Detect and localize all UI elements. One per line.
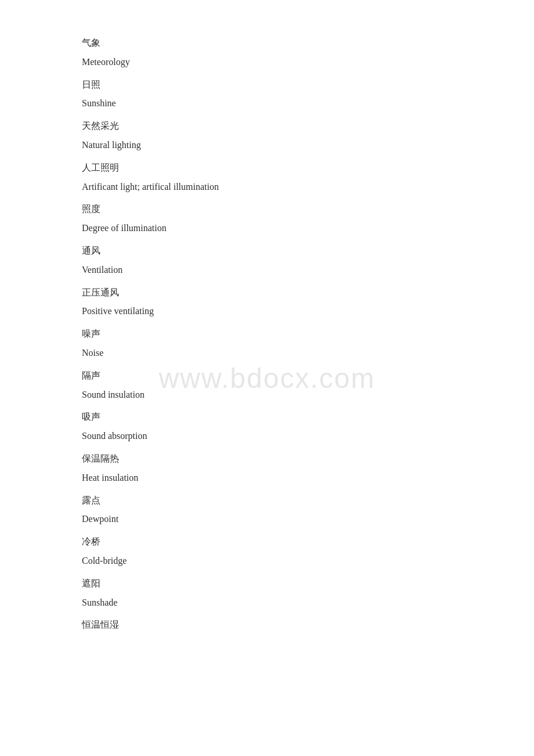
english-term: Sound insulation	[82, 387, 452, 404]
english-term: Cold-bridge	[82, 553, 452, 570]
chinese-term: 遮阳	[82, 575, 452, 592]
english-term: Heat insulation	[82, 470, 452, 487]
english-term: Meteorology	[82, 54, 452, 71]
glossary-entry: 正压通风Positive ventilating	[82, 285, 452, 321]
chinese-term: 气象	[82, 35, 452, 52]
chinese-term: 正压通风	[82, 285, 452, 301]
glossary-entry: 照度Degree of illumination	[82, 201, 452, 237]
content-area: 气象Meteorology日照Sunshine天然采光Natural light…	[82, 35, 452, 633]
chinese-term: 照度	[82, 201, 452, 218]
glossary-entry: 天然采光Natural lighting	[82, 118, 452, 154]
glossary-entry: 通风Ventilation	[82, 243, 452, 279]
glossary-entry: 隔声Sound insulation	[82, 368, 452, 404]
glossary-entry: 吸声Sound absorption	[82, 409, 452, 445]
glossary-entry: 遮阳Sunshade	[82, 575, 452, 611]
english-term: Natural lighting	[82, 137, 452, 154]
chinese-term: 天然采光	[82, 118, 452, 135]
chinese-term: 冷桥	[82, 534, 452, 550]
english-term: Dewpoint	[82, 511, 452, 528]
english-term: Ventilation	[82, 262, 452, 279]
glossary-entry: 保温隔热Heat insulation	[82, 451, 452, 487]
chinese-term: 露点	[82, 492, 452, 509]
chinese-term: 恒温恒湿	[82, 617, 452, 633]
chinese-term: 人工照明	[82, 160, 452, 177]
chinese-term: 隔声	[82, 368, 452, 384]
chinese-term: 吸声	[82, 409, 452, 426]
english-term: Sunshade	[82, 595, 452, 611]
english-term: Degree of illumination	[82, 220, 452, 237]
english-term: Sunshine	[82, 95, 452, 112]
english-term: Sound absorption	[82, 428, 452, 445]
chinese-term: 保温隔热	[82, 451, 452, 467]
glossary-entry: 日照Sunshine	[82, 77, 452, 113]
glossary-entry: 恒温恒湿	[82, 617, 452, 633]
chinese-term: 通风	[82, 243, 452, 260]
glossary-entry: 冷桥Cold-bridge	[82, 534, 452, 570]
glossary-entry: 露点Dewpoint	[82, 492, 452, 528]
english-term: Positive ventilating	[82, 303, 452, 320]
chinese-term: 日照	[82, 77, 452, 93]
glossary-entry: 人工照明Artificant light; artifical illumina…	[82, 160, 452, 196]
glossary-entry: 气象Meteorology	[82, 35, 452, 71]
english-term: Artificant light; artifical illumination	[82, 179, 452, 196]
glossary-entry: 噪声Noise	[82, 326, 452, 362]
chinese-term: 噪声	[82, 326, 452, 343]
english-term: Noise	[82, 345, 452, 362]
